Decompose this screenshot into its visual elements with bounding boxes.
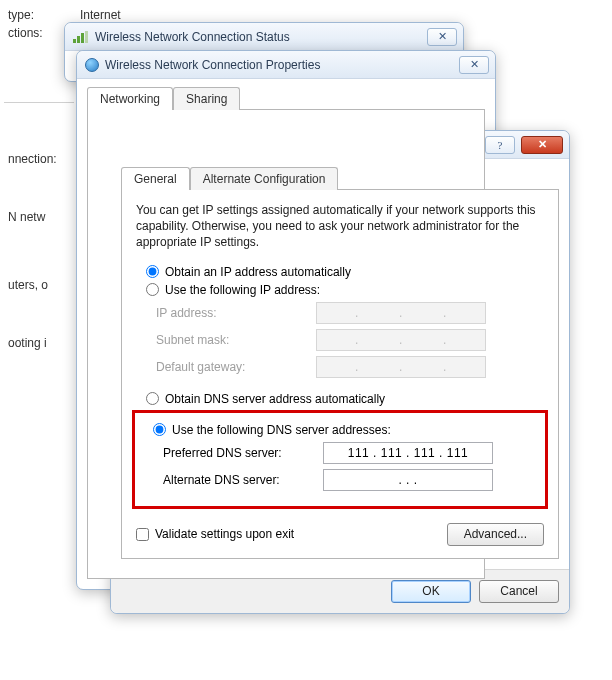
default-gateway-input: 0.0.0.0 [316,356,486,378]
bg-type-value: Internet [80,8,121,22]
window-title-properties: Wireless Network Connection Properties [105,58,453,72]
bg-nnection-label: nnection: [8,152,57,166]
default-gateway-label: Default gateway: [156,360,316,374]
ip-address-input: 0.0.0.0 [316,302,486,324]
radio-dns-manual-label: Use the following DNS server addresses: [172,423,391,437]
alternate-dns-label: Alternate DNS server: [163,473,323,487]
tab-alternate-config[interactable]: Alternate Configuration [190,167,339,190]
alternate-dns-input[interactable]: . . . [323,469,493,491]
close-button-status[interactable]: ✕ [427,28,457,46]
radio-dns-manual[interactable] [153,423,166,436]
tabstrip-ipv4: General Alternate Configuration [121,167,559,190]
bg-ooting-label: ooting i [8,336,47,350]
radio-ip-manual-label: Use the following IP address: [165,283,320,297]
subnet-mask-label: Subnet mask: [156,333,316,347]
radio-dns-auto-label: Obtain DNS server address automatically [165,392,385,406]
titlebar-status[interactable]: Wireless Network Connection Status ✕ [65,23,463,51]
bg-type-label: type: [8,8,34,22]
subnet-mask-input: 0.0.0.0 [316,329,486,351]
tabstrip-properties: Networking Sharing [87,87,485,110]
wireless-signal-icon [73,31,89,43]
radio-ip-auto[interactable] [146,265,159,278]
close-button-ipv4[interactable]: ✕ [521,136,563,154]
preferred-dns-label: Preferred DNS server: [163,446,323,460]
ok-button[interactable]: OK [391,580,471,603]
window-ipv4-properties: Internet Protocol Version 4 (TCP/IPv4) P… [110,130,570,614]
globe-pin-icon [85,58,99,72]
close-button-properties[interactable]: ✕ [459,56,489,74]
bg-ctions-label: ctions: [8,26,43,40]
checkbox-validate-on-exit-label: Validate settings upon exit [155,527,294,541]
dns-highlight-box: Use the following DNS server addresses: … [132,410,548,509]
bg-nnetw-label: N netw [8,210,45,224]
ip-address-label: IP address: [156,306,316,320]
window-title-status: Wireless Network Connection Status [95,30,421,44]
description-text: You can get IP settings assigned automat… [136,202,544,251]
checkbox-validate-on-exit[interactable] [136,528,149,541]
tabpanel-general: You can get IP settings assigned automat… [121,189,559,559]
tab-networking[interactable]: Networking [87,87,173,110]
bg-uters-label: uters, o [8,278,48,292]
radio-ip-auto-label: Obtain an IP address automatically [165,265,351,279]
tab-general[interactable]: General [121,167,190,190]
radio-ip-manual[interactable] [146,283,159,296]
titlebar-properties[interactable]: Wireless Network Connection Properties ✕ [77,51,495,79]
cancel-button[interactable]: Cancel [479,580,559,603]
radio-dns-auto[interactable] [146,392,159,405]
help-button[interactable]: ? [485,136,515,154]
preferred-dns-input[interactable]: 111 . 111 . 111 . 111 [323,442,493,464]
tab-sharing[interactable]: Sharing [173,87,240,110]
advanced-button[interactable]: Advanced... [447,523,544,546]
